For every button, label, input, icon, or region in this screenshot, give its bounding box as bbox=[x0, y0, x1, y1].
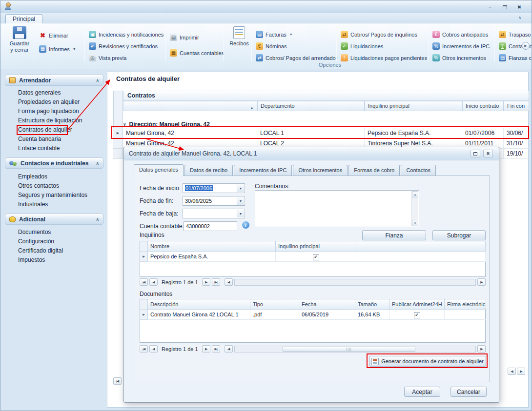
dropdown-icon[interactable]: ▼ bbox=[237, 210, 244, 217]
accept-button[interactable]: Aceptar bbox=[404, 387, 440, 397]
guardar-y-cerrar-button[interactable]: Guardar y cerrar bbox=[6, 26, 33, 53]
column-header-nombre[interactable]: Nombre bbox=[148, 241, 276, 252]
sidebar-item-documentos[interactable]: Documentos bbox=[4, 228, 103, 237]
cobros-inquilinos-button[interactable]: ⇄ Cobros/ Pagos de inquilinos bbox=[339, 30, 419, 39]
facturas-button[interactable]: ▤ Facturas ▼ bbox=[254, 30, 294, 39]
tab-incrementos-ipc[interactable]: Incrementos de IPC bbox=[234, 165, 292, 176]
tab-contactos[interactable]: Contactos bbox=[401, 165, 436, 176]
next-page-button[interactable]: ▶ bbox=[202, 278, 210, 286]
first-page-button[interactable]: |◀ bbox=[140, 278, 148, 286]
column-header-descripcion[interactable]: Descripción bbox=[148, 299, 250, 310]
cell-descripcion[interactable]: Contrato Manuel Girona 42 LOCAL 1 bbox=[148, 310, 250, 320]
column-header-firma[interactable]: Firma electrónic bbox=[445, 299, 486, 310]
ribbon-overflow-button[interactable]: ▶ bbox=[522, 42, 530, 50]
checkbox-checked[interactable]: ✔ bbox=[313, 254, 319, 260]
hscrollbar-track[interactable] bbox=[234, 279, 476, 286]
sidebar-item-seguros[interactable]: Seguros y mantenimientos bbox=[4, 191, 103, 200]
sidebar-item-contratos-alquiler[interactable]: Contratos de alquiler bbox=[4, 125, 103, 135]
liquidaciones-button[interactable]: ✓ Liquidaciones bbox=[339, 41, 385, 51]
fianza-button[interactable]: Fianza bbox=[362, 230, 426, 240]
sidebar-item-empleados[interactable]: Empleados bbox=[4, 172, 103, 181]
sidebar-group-arrendador[interactable]: Arrendador ∧ bbox=[5, 75, 103, 86]
traspaso-button[interactable]: ⇄ Traspaso bbox=[497, 30, 532, 39]
scroll-left-button[interactable]: ◀ bbox=[225, 278, 233, 286]
grid-first-page-button[interactable]: |◀ bbox=[113, 377, 122, 385]
comments-textarea[interactable]: ▲ ▼ bbox=[255, 190, 419, 227]
prev-page-button[interactable]: ◀ bbox=[149, 278, 158, 286]
scroll-right-button[interactable]: ▶ bbox=[477, 345, 486, 352]
tab-datos-generales[interactable]: Datos generales bbox=[134, 164, 184, 176]
sidebar-item-datos-generales[interactable]: Datos generales bbox=[4, 88, 103, 98]
imprimir-button[interactable]: ▤ Imprimir bbox=[168, 33, 201, 42]
grid-scroll-right-button[interactable]: ▶ bbox=[517, 368, 525, 375]
column-header-tamano[interactable]: Tamaño bbox=[355, 299, 389, 310]
grid-scroll-left-button[interactable]: ◀ bbox=[508, 368, 516, 375]
grid-group-row[interactable]: ∨ Dirección: Manuel Girona, 42 bbox=[123, 120, 523, 128]
cell-tipo[interactable]: .pdf bbox=[250, 310, 299, 320]
sidebar-item-enlace-contable[interactable]: Enlace contable bbox=[4, 144, 103, 153]
scroll-left-button[interactable]: ◀ bbox=[225, 345, 233, 352]
tab-otros-incrementos[interactable]: Otros incrementos bbox=[293, 165, 348, 176]
cell-publicar[interactable]: ✔ bbox=[389, 310, 445, 320]
sidebar-group-contactos[interactable]: Contactos e industriales ∧ bbox=[5, 157, 103, 169]
next-page-button[interactable]: ▶ bbox=[202, 345, 210, 352]
column-header-principal[interactable]: Inquilino principal bbox=[276, 241, 356, 252]
informes-button[interactable]: ▦ Informes ▼ bbox=[38, 44, 78, 54]
sidebar-item-cuenta-bancaria[interactable]: Cuenta bancaria bbox=[4, 135, 103, 144]
scroll-up-icon[interactable]: ▲ bbox=[412, 191, 418, 197]
first-page-button[interactable]: |◀ bbox=[140, 345, 148, 352]
dropdown-icon[interactable]: ▼ bbox=[237, 184, 244, 192]
cobros-arrendador-button[interactable]: ⇄ Cobros/ Pagos del arrendador bbox=[254, 53, 339, 62]
prev-page-button[interactable]: ◀ bbox=[149, 345, 158, 352]
fecha-fin-input[interactable]: 30/06/2025 ▼ bbox=[183, 196, 245, 206]
cell-principal[interactable]: ✔ bbox=[276, 252, 356, 262]
cobros-anticipados-button[interactable]: € Cobros anticipados bbox=[431, 30, 490, 39]
hscrollbar-thumb[interactable]: |||| bbox=[283, 347, 415, 352]
column-header-inicio[interactable]: Inicio contrato bbox=[462, 101, 504, 111]
tab-principal[interactable]: Principal bbox=[5, 14, 42, 23]
scroll-down-icon[interactable]: ▼ bbox=[412, 220, 418, 226]
incidencias-button[interactable]: ▣ Incidencias y notificaciones bbox=[87, 30, 165, 39]
tab-datos-recibo[interactable]: Datos de recibo bbox=[184, 165, 233, 176]
comments-scrollbar[interactable]: ▲ ▼ bbox=[411, 191, 418, 226]
nominas-button[interactable]: € Nóminas bbox=[254, 41, 288, 51]
dropdown-icon[interactable]: ▼ bbox=[237, 197, 244, 205]
revisiones-button[interactable]: ✔ Revisiones y certificados bbox=[87, 41, 159, 51]
vista-previa-button[interactable]: ◎ Vista previa bbox=[87, 53, 128, 62]
info-icon[interactable]: i bbox=[242, 221, 249, 229]
fecha-baja-input[interactable]: ▼ bbox=[183, 209, 245, 218]
last-page-button[interactable]: ▶| bbox=[212, 278, 220, 286]
close-button[interactable]: ✖ bbox=[514, 3, 525, 11]
sidebar-item-industriales[interactable]: Industriales bbox=[4, 200, 103, 209]
cell-nombre[interactable]: Pepsico de España S.A. bbox=[148, 252, 276, 262]
app-icon[interactable] bbox=[4, 2, 12, 10]
cell-fecha[interactable]: 06/05/2019 bbox=[299, 310, 355, 320]
cuenta-contable-input[interactable]: 43000002 bbox=[184, 221, 237, 231]
liquidaciones-pendientes-button[interactable]: ! Liquidaciones pagos pendientes bbox=[339, 53, 429, 62]
sidebar-item-forma-pago[interactable]: Forma pago liquidación bbox=[4, 107, 103, 116]
checkbox-checked[interactable]: ✔ bbox=[414, 312, 420, 318]
maximize-button[interactable] bbox=[499, 3, 510, 11]
fianzas-button[interactable]: ▤ Fianzas c bbox=[497, 53, 532, 62]
column-header-fin[interactable]: Fin con bbox=[504, 101, 529, 111]
dialog-title-bar[interactable]: Contrato de alquiler Manuel Girona, 42, … bbox=[124, 147, 499, 160]
sidebar-item-configuracion[interactable]: Configuración bbox=[4, 237, 103, 246]
recibos-button[interactable]: Recibos bbox=[226, 26, 252, 47]
generate-contract-document-button[interactable]: Generar documento de contrato de alquile… bbox=[369, 356, 486, 367]
fecha-inicio-input[interactable]: 01/07/2006 ▼ bbox=[183, 183, 245, 193]
sidebar-item-certificado[interactable]: Certificado digital bbox=[4, 246, 103, 255]
eliminar-button[interactable]: ✖ Eliminar bbox=[38, 31, 70, 40]
contract-row[interactable]: ▶ Manuel Girona, 42 LOCAL 1 Pepsico de E… bbox=[113, 128, 529, 138]
sidebar-group-adicional[interactable]: Adicional ∧ bbox=[5, 214, 103, 225]
incrementos-ipc-button[interactable]: % Incrementos de IPC bbox=[431, 41, 491, 51]
column-header-publicar[interactable]: Publicar Adminet24H bbox=[389, 299, 445, 310]
dialog-close-button[interactable]: ✖ bbox=[483, 150, 493, 157]
sidebar-item-impuestos[interactable]: Impuestos bbox=[4, 255, 103, 265]
sidebar-item-propiedades[interactable]: Propiedades en alquiler bbox=[4, 98, 103, 107]
last-page-button[interactable]: ▶| bbox=[212, 345, 220, 352]
column-header-departamento[interactable]: Departamento bbox=[257, 101, 365, 111]
column-header-direccion[interactable]: ▲ bbox=[123, 101, 257, 111]
tab-formas-cobro[interactable]: Formas de cobro bbox=[348, 165, 400, 176]
sidebar-item-otros-contactos[interactable]: Otros contactos bbox=[4, 181, 103, 191]
minimize-button[interactable]: – bbox=[485, 3, 495, 11]
